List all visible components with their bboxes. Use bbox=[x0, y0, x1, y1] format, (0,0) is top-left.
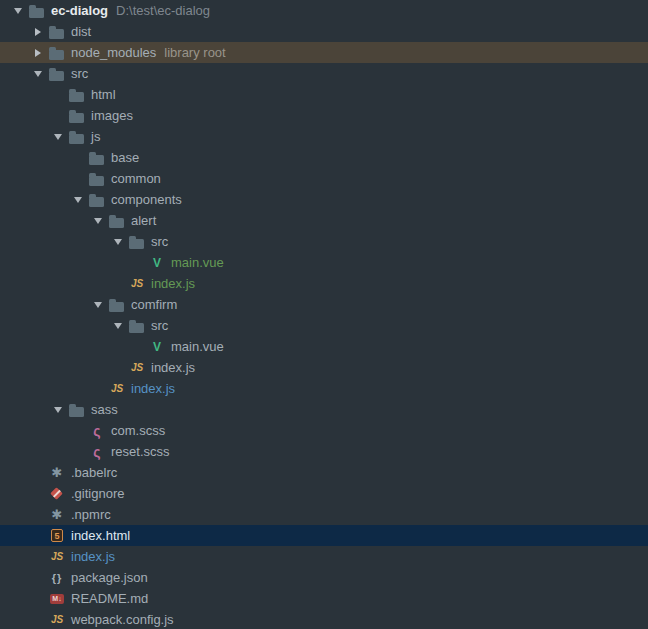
chevron-spacer bbox=[28, 546, 48, 567]
file-label: main.vue bbox=[171, 339, 224, 354]
chevron-spacer bbox=[28, 609, 48, 629]
tree-row-.npmrc[interactable]: ✱ .npmrc bbox=[0, 504, 648, 525]
library-root-badge: library root bbox=[164, 45, 225, 60]
file-label: main.vue bbox=[171, 255, 224, 270]
file-label: sass bbox=[91, 402, 118, 417]
chevron-down-icon[interactable] bbox=[108, 231, 128, 252]
chevron-spacer bbox=[108, 357, 128, 378]
file-label: reset.scss bbox=[111, 444, 170, 459]
chevron-spacer bbox=[68, 441, 88, 462]
chevron-spacer bbox=[128, 336, 148, 357]
chevron-spacer bbox=[28, 588, 48, 609]
tree-row-reset.scss[interactable]: ς reset.scss bbox=[0, 441, 648, 462]
file-label: components bbox=[111, 192, 182, 207]
folder-icon bbox=[68, 105, 86, 126]
chevron-down-icon[interactable] bbox=[88, 294, 108, 315]
file-label: images bbox=[91, 108, 133, 123]
js-icon: JS bbox=[128, 357, 146, 378]
file-label: index.js bbox=[71, 549, 115, 564]
chevron-right-icon[interactable] bbox=[28, 42, 48, 63]
tree-row-html[interactable]: html bbox=[0, 84, 648, 105]
tree-row-index.html[interactable]: 5 index.html bbox=[0, 525, 648, 546]
folder-icon bbox=[108, 210, 126, 231]
asterisk-icon: ✱ bbox=[48, 462, 66, 483]
sass-icon: ς bbox=[88, 420, 106, 441]
folder-icon bbox=[88, 168, 106, 189]
file-label: alert bbox=[131, 213, 156, 228]
tree-row-components[interactable]: components bbox=[0, 189, 648, 210]
chevron-right-icon[interactable] bbox=[28, 21, 48, 42]
tree-row-webpack.config.js[interactable]: JS webpack.config.js bbox=[0, 609, 648, 629]
tree-row-main.vue[interactable]: V main.vue bbox=[0, 336, 648, 357]
tree-row-js[interactable]: js bbox=[0, 126, 648, 147]
tree-row-ec-dialog[interactable]: ec-dialog D:\test\ec-dialog bbox=[0, 0, 648, 21]
tree-row-index.js[interactable]: JS index.js bbox=[0, 546, 648, 567]
folder-icon bbox=[88, 189, 106, 210]
folder-icon bbox=[48, 21, 66, 42]
tree-row-src[interactable]: src bbox=[0, 63, 648, 84]
tree-row-com.scss[interactable]: ς com.scss bbox=[0, 420, 648, 441]
chevron-down-icon[interactable] bbox=[68, 189, 88, 210]
project-tree[interactable]: ec-dialog D:\test\ec-dialog dist node_mo… bbox=[0, 0, 648, 629]
file-label: comfirm bbox=[131, 297, 177, 312]
chevron-spacer bbox=[28, 504, 48, 525]
tree-row-src[interactable]: src bbox=[0, 315, 648, 336]
chevron-down-icon[interactable] bbox=[48, 399, 68, 420]
file-label: dist bbox=[71, 24, 91, 39]
chevron-down-icon[interactable] bbox=[108, 315, 128, 336]
js-icon: JS bbox=[108, 378, 126, 399]
tree-row-base[interactable]: base bbox=[0, 147, 648, 168]
folder-icon bbox=[128, 231, 146, 252]
chevron-down-icon[interactable] bbox=[28, 63, 48, 84]
file-label: src bbox=[151, 318, 168, 333]
tree-row-sass[interactable]: sass bbox=[0, 399, 648, 420]
file-label: .babelrc bbox=[71, 465, 117, 480]
file-label: .gitignore bbox=[71, 486, 124, 501]
chevron-spacer bbox=[68, 420, 88, 441]
tree-row-.gitignore[interactable]: .gitignore bbox=[0, 483, 648, 504]
chevron-spacer bbox=[128, 252, 148, 273]
file-label: base bbox=[111, 150, 139, 165]
js-icon: JS bbox=[48, 546, 66, 567]
chevron-down-icon[interactable] bbox=[88, 210, 108, 231]
file-label: index.html bbox=[71, 528, 130, 543]
asterisk-icon: ✱ bbox=[48, 504, 66, 525]
vue-icon: V bbox=[148, 336, 166, 357]
file-label: index.js bbox=[131, 381, 175, 396]
tree-row-index.js[interactable]: JS index.js bbox=[0, 378, 648, 399]
tree-row-package.json[interactable]: {} package.json bbox=[0, 567, 648, 588]
tree-row-main.vue[interactable]: V main.vue bbox=[0, 252, 648, 273]
chevron-spacer bbox=[28, 483, 48, 504]
tree-row-common[interactable]: common bbox=[0, 168, 648, 189]
chevron-spacer bbox=[48, 105, 68, 126]
tree-row-.babelrc[interactable]: ✱ .babelrc bbox=[0, 462, 648, 483]
tree-row-node-modules[interactable]: node_modules library root bbox=[0, 42, 648, 63]
chevron-spacer bbox=[48, 84, 68, 105]
file-label: index.js bbox=[151, 360, 195, 375]
file-label: ec-dialog bbox=[51, 3, 108, 18]
braces-icon: {} bbox=[48, 567, 66, 588]
chevron-down-icon[interactable] bbox=[48, 126, 68, 147]
folder-icon bbox=[68, 126, 86, 147]
chevron-down-icon[interactable] bbox=[8, 0, 28, 21]
tree-row-index.js[interactable]: JS index.js bbox=[0, 273, 648, 294]
tree-row-dist[interactable]: dist bbox=[0, 21, 648, 42]
tree-row-readme.md[interactable]: M↓ README.md bbox=[0, 588, 648, 609]
tree-row-images[interactable]: images bbox=[0, 105, 648, 126]
chevron-spacer bbox=[68, 147, 88, 168]
tree-row-src[interactable]: src bbox=[0, 231, 648, 252]
folder-icon bbox=[68, 399, 86, 420]
folder-icon bbox=[68, 84, 86, 105]
folder-icon bbox=[108, 294, 126, 315]
chevron-spacer bbox=[28, 525, 48, 546]
folder-icon bbox=[48, 42, 66, 63]
chevron-spacer bbox=[88, 378, 108, 399]
tree-row-index.js[interactable]: JS index.js bbox=[0, 357, 648, 378]
tree-row-alert[interactable]: alert bbox=[0, 210, 648, 231]
folder-icon bbox=[28, 0, 46, 21]
folder-icon bbox=[88, 147, 106, 168]
file-label: js bbox=[91, 129, 100, 144]
file-label: README.md bbox=[71, 591, 148, 606]
file-label: common bbox=[111, 171, 161, 186]
tree-row-comfirm[interactable]: comfirm bbox=[0, 294, 648, 315]
